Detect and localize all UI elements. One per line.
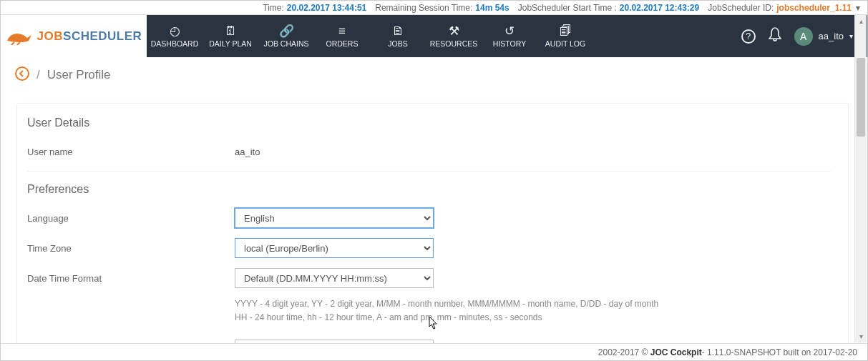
nav-audit-log[interactable]: 🗐AUDIT LOG bbox=[537, 15, 593, 57]
nav-daily-plan-icon: 🗓 bbox=[225, 25, 237, 37]
header-nav: JOBSCHEDULER ◴DASHBOARD🗓DAILY PLAN🔗JOB C… bbox=[1, 15, 867, 57]
datetime-format-label: Date Time Format bbox=[27, 273, 235, 284]
scheduler-id-caret-icon[interactable]: ▾ bbox=[856, 3, 860, 13]
vertical-scrollbar[interactable]: ▴ ▾ bbox=[854, 15, 867, 342]
page-title: User Profile bbox=[47, 68, 111, 82]
back-icon[interactable] bbox=[15, 66, 29, 84]
nav-history-icon: ↺ bbox=[504, 25, 515, 37]
nav-dashboard[interactable]: ◴DASHBOARD bbox=[147, 15, 203, 57]
nav-audit-log-icon: 🗐 bbox=[560, 25, 572, 37]
remaining-value: 14m 54s bbox=[475, 3, 509, 13]
scroll-thumb[interactable] bbox=[857, 58, 865, 137]
breadcrumb: / User Profile bbox=[1, 57, 867, 93]
username-label: aa_ito bbox=[819, 31, 844, 41]
datetime-format-select[interactable]: Default (DD.MM.YYYY HH:mm:ss) bbox=[235, 268, 434, 288]
divider bbox=[27, 171, 831, 172]
logo-text: JOBSCHEDULER bbox=[37, 29, 142, 44]
logo-icon bbox=[6, 28, 33, 45]
scheduler-id-label: JobScheduler ID: bbox=[708, 3, 774, 13]
breadcrumb-sep: / bbox=[36, 68, 40, 82]
start-time-value: 20.02.2017 12:43:29 bbox=[620, 3, 699, 13]
start-time-label: JobScheduler Start Time : bbox=[518, 3, 617, 13]
footer: 2002-2017 © JOC Cockpit - 1.11.0-SNAPSHO… bbox=[1, 343, 867, 360]
timezone-label: Time Zone bbox=[27, 243, 235, 254]
nav-resources[interactable]: ⚒RESOURCES bbox=[426, 15, 482, 57]
format-hint-2: HH - 24 hour time, hh - 12 hour time, A … bbox=[235, 311, 658, 325]
nav-jobs-icon: 🗎 bbox=[392, 25, 404, 37]
logo[interactable]: JOBSCHEDULER bbox=[1, 15, 147, 57]
nav-resources-icon: ⚒ bbox=[449, 25, 459, 37]
nav-job-chains-icon: 🔗 bbox=[279, 25, 294, 37]
footer-version: - 1.11.0-SNAPSHOT built on 2017-02-20 bbox=[702, 347, 857, 357]
username-field-label: User name bbox=[27, 147, 235, 157]
nav-job-chains[interactable]: 🔗JOB CHAINS bbox=[258, 15, 314, 57]
user-menu[interactable]: A aa_ito ▾ bbox=[794, 27, 853, 46]
preferences-heading: Preferences bbox=[27, 183, 831, 196]
nav-orders-label: ORDERS bbox=[326, 39, 359, 48]
user-menu-caret-icon: ▾ bbox=[849, 32, 853, 40]
language-label: Language bbox=[27, 213, 235, 224]
svg-point-0 bbox=[16, 67, 29, 80]
footer-copyright: 2002-2017 © bbox=[598, 347, 648, 357]
nav-job-chains-label: JOB CHAINS bbox=[263, 39, 308, 48]
remaining-label: Remaining Session Time: bbox=[375, 3, 472, 13]
profile-panel: User Details User name aa_ito Preference… bbox=[16, 103, 849, 343]
username-field-value: aa_ito bbox=[235, 147, 260, 157]
nav-history[interactable]: ↺HISTORY bbox=[482, 15, 537, 57]
nav-orders-icon: ≡ bbox=[338, 25, 346, 37]
info-bar: Time: 20.02.2017 13:44:51 Remaining Sess… bbox=[1, 1, 867, 15]
notifications-icon[interactable] bbox=[769, 27, 781, 45]
timezone-select[interactable]: local (Europe/Berlin) bbox=[235, 238, 434, 258]
nav-daily-plan-label: DAILY PLAN bbox=[209, 39, 252, 48]
nav-jobs-label: JOBS bbox=[388, 39, 407, 48]
avatar: A bbox=[794, 27, 813, 46]
format-hint-1: YYYY - 4 digit year, YY - 2 digit year, … bbox=[235, 297, 658, 311]
user-details-heading: User Details bbox=[27, 117, 831, 129]
nav-resources-label: RESOURCES bbox=[430, 39, 478, 48]
nav-daily-plan[interactable]: 🗓DAILY PLAN bbox=[203, 15, 258, 57]
nav-dashboard-label: DASHBOARD bbox=[151, 39, 199, 48]
help-icon[interactable]: ? bbox=[741, 29, 756, 44]
nav-dashboard-icon: ◴ bbox=[170, 25, 180, 37]
time-label: Time: bbox=[263, 3, 284, 13]
scroll-down-icon[interactable]: ▾ bbox=[855, 330, 867, 342]
footer-product: JOC Cockpit bbox=[650, 347, 702, 357]
nav-audit-log-label: AUDIT LOG bbox=[545, 39, 585, 48]
scroll-up-icon[interactable]: ▴ bbox=[855, 15, 867, 27]
nav-jobs[interactable]: 🗎JOBS bbox=[370, 15, 426, 57]
language-select[interactable]: English bbox=[235, 208, 434, 228]
nav-orders[interactable]: ≡ORDERS bbox=[314, 15, 370, 57]
nav-history-label: HISTORY bbox=[493, 39, 526, 48]
time-value: 20.02.2017 13:44:51 bbox=[287, 3, 366, 13]
scheduler-id-value[interactable]: jobscheduler_1.11 bbox=[776, 3, 852, 13]
history-entries-input[interactable] bbox=[235, 340, 434, 343]
